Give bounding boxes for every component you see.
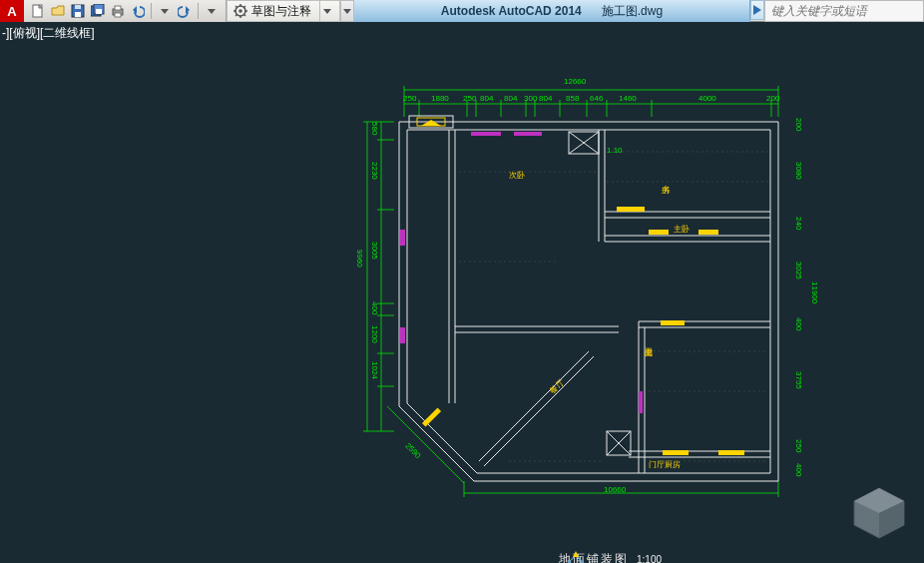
floor-plan: 12660 250 1880 250 804 804 300 804 858 6… (359, 82, 788, 511)
quick-access-toolbar (24, 0, 227, 22)
material-marker (718, 450, 744, 455)
dim-text: 400 (794, 317, 803, 330)
svg-marker-14 (208, 9, 216, 14)
qat-customize-dropdown[interactable] (340, 0, 354, 22)
drawing-title-block: 地面铺装图 1:100 (559, 551, 662, 563)
window-marker (400, 230, 405, 246)
viewcube[interactable] (849, 483, 909, 543)
svg-rect-4 (75, 5, 81, 9)
dim-text: 1.10 (607, 146, 623, 155)
svg-marker-26 (343, 9, 351, 14)
saveas-icon[interactable] (89, 2, 107, 20)
dim-text: 200 (794, 118, 803, 131)
dim-text: 11900 (810, 282, 819, 303)
svg-rect-3 (75, 12, 81, 17)
compass-icon (559, 551, 593, 563)
drawing-svg (359, 82, 788, 551)
redo-icon[interactable] (176, 2, 194, 20)
workspace-label: 草图与注释 (251, 3, 311, 20)
material-marker (617, 207, 645, 212)
search-input[interactable] (764, 0, 924, 22)
dim-text: 1024 (370, 361, 379, 379)
dim-text: 1200 (370, 325, 379, 343)
dim-text: 250 (794, 439, 803, 452)
dim-text: 3005 (370, 242, 379, 260)
window-marker (639, 391, 643, 413)
dim-text: 804 (539, 94, 552, 103)
svg-line-93 (484, 356, 594, 466)
file-name: 施工图.dwg (602, 3, 663, 20)
viewport-label[interactable]: -][俯视][二维线框] (2, 25, 95, 42)
svg-marker-12 (161, 9, 169, 14)
dim-text: 300 (524, 94, 537, 103)
dim-text: 2230 (370, 162, 379, 180)
room-label: 门厅厨房 (649, 459, 681, 470)
toolbar-separator (198, 3, 199, 19)
gear-icon (233, 4, 247, 18)
new-icon[interactable] (29, 2, 47, 20)
help-dropdown-icon[interactable] (750, 0, 764, 20)
svg-point-16 (238, 9, 242, 13)
material-marker (663, 450, 689, 455)
workspace-switcher[interactable]: 草图与注释 (227, 0, 340, 22)
window-marker (514, 132, 542, 136)
open-icon[interactable] (49, 2, 67, 20)
dim-text: 200 (766, 94, 779, 103)
dim-text: 3025 (794, 262, 803, 280)
dim-text: 4000 (698, 94, 716, 103)
dim-text: 10660 (604, 485, 626, 494)
material-marker (698, 230, 718, 235)
svg-marker-27 (753, 5, 761, 15)
material-marker (649, 230, 669, 235)
svg-rect-9 (115, 6, 121, 10)
print-icon[interactable] (109, 2, 127, 20)
title-bar: A 草图与注释 (0, 0, 924, 22)
svg-marker-107 (573, 551, 579, 557)
app-name: Autodesk AutoCAD 2014 (441, 4, 582, 18)
toolbar-separator (151, 3, 152, 19)
drawing-viewport[interactable]: -][俯视][二维线框] (0, 22, 924, 563)
window-marker (400, 327, 405, 343)
undo-icon[interactable] (129, 2, 147, 20)
svg-rect-7 (96, 9, 102, 14)
dim-text: 12660 (564, 77, 586, 86)
undo-dropdown-icon[interactable] (156, 2, 174, 20)
svg-rect-10 (115, 13, 121, 17)
svg-marker-25 (323, 9, 331, 14)
dim-text: 250 (403, 94, 416, 103)
dim-text: 9960 (355, 250, 364, 268)
dim-text: 1460 (619, 94, 637, 103)
material-marker (661, 320, 685, 325)
logo-letter: A (7, 4, 16, 19)
dim-text: 240 (794, 217, 803, 230)
drawing-scale: 1:100 (637, 554, 662, 563)
app-logo[interactable]: A (0, 0, 24, 22)
title-area: Autodesk AutoCAD 2014 施工图.dwg (354, 0, 750, 22)
dim-text: 858 (566, 94, 579, 103)
dim-text: 580 (370, 122, 379, 135)
svg-line-92 (479, 351, 589, 461)
room-label: 主卧 (674, 224, 690, 235)
svg-marker-71 (421, 120, 441, 126)
dim-text: 646 (590, 94, 603, 103)
dim-text: 3755 (794, 371, 803, 389)
window-marker (471, 132, 501, 136)
dim-text: 400 (794, 463, 803, 476)
dim-text: 3080 (794, 162, 803, 180)
dim-text: 250 (463, 94, 476, 103)
save-icon[interactable] (69, 2, 87, 20)
dim-text: 804 (480, 94, 493, 103)
workspace-dropdown-icon[interactable] (319, 1, 333, 21)
room-label: 次卧 (509, 170, 525, 181)
dim-text: 1880 (431, 94, 449, 103)
dim-text: 400 (370, 301, 379, 314)
dim-text: 804 (504, 94, 517, 103)
redo-dropdown-icon[interactable] (203, 2, 221, 20)
